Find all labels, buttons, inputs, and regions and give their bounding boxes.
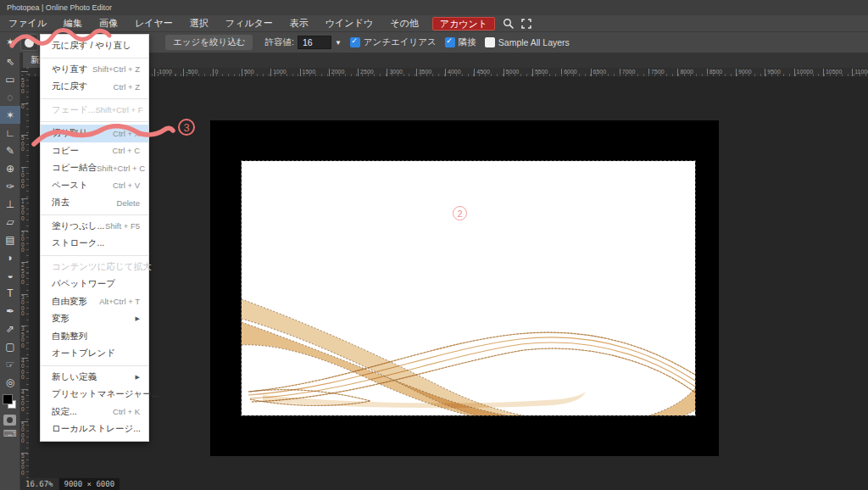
menubar-item-その他[interactable]: その他 <box>381 15 427 31</box>
pen-tool[interactable]: ✒ <box>0 302 20 320</box>
menubar-item-表示[interactable]: 表示 <box>281 15 317 31</box>
zoom-level[interactable]: 16.67% <box>20 478 58 490</box>
menu-item-shortcut: Ctrl + C <box>113 146 140 155</box>
vruler-label: 3 0 0 0 <box>21 294 28 317</box>
menu-item-label: ストローク... <box>52 237 104 249</box>
edit-menu-item-設定...[interactable]: 設定...Ctrl + K <box>41 404 148 421</box>
submenu-arrow-icon: ▶ <box>136 374 140 381</box>
edit-menu-item-ペースト[interactable]: ペーストCtrl + V <box>41 177 148 195</box>
hruler-label: 1500 <box>300 69 316 76</box>
magic-wand-tool[interactable]: ✶ <box>0 106 20 124</box>
hruler-label: 7500 <box>648 69 665 76</box>
edit-menu-item-コピー[interactable]: コピーCtrl + C <box>41 142 148 160</box>
vruler-label: 5 0 0 0 <box>21 421 28 444</box>
new-selection-icon <box>25 38 34 47</box>
hruler-label: -1000 <box>154 69 172 76</box>
edit-menu-item-やり直す[interactable]: やり直すShift+Ctrl + Z <box>41 61 148 79</box>
edit-menu-item-消去[interactable]: 消去Delete <box>41 194 148 212</box>
edit-menu-item-新しい定義[interactable]: 新しい定義▶ <box>41 369 148 387</box>
edit-menu-item-変形[interactable]: 変形▶ <box>41 310 148 328</box>
path-select-tool[interactable]: ⇗ <box>0 320 20 337</box>
zoom-tool[interactable]: ◎ <box>0 373 20 391</box>
hruler-label: 1000 <box>270 69 287 76</box>
type-tool[interactable]: T <box>0 284 20 302</box>
vruler-label: 2 5 0 0 <box>21 262 28 285</box>
menu-item-label: 自動整列 <box>52 331 87 342</box>
menubar-item-選択[interactable]: 選択 <box>181 15 217 31</box>
edit-menu-item-プリセットマネージャー...[interactable]: プリセットマネージャー... <box>41 386 148 404</box>
quick-mask-icon[interactable] <box>3 415 16 426</box>
marquee-select-tool[interactable]: ▭ <box>0 70 20 88</box>
menu-item-shortcut: Ctrl + K <box>113 407 140 416</box>
blur-tool[interactable]: ◗ <box>0 248 20 266</box>
menu-item-label: 元に戻す / やり直し <box>52 40 131 52</box>
dodge-tool[interactable]: ◒ <box>0 266 20 284</box>
document-size: 9000 × 6000 <box>59 478 120 490</box>
healing-brush-tool[interactable]: ⊕ <box>0 159 20 177</box>
eyedropper-tool[interactable]: ✎ <box>0 142 20 159</box>
edit-menu-item-自動整列[interactable]: 自動整列 <box>41 328 148 346</box>
hruler-label: 0 <box>213 69 219 76</box>
tolerance-dropdown-arrow-icon[interactable]: ▼ <box>335 39 342 47</box>
hruler-label: -500 <box>183 69 198 76</box>
menu-item-label: 切り取り <box>52 127 88 139</box>
keyboard-shortcuts-icon[interactable]: ⌨ <box>0 428 19 439</box>
menu-item-label: パペットワープ <box>52 278 115 290</box>
edit-menu-item-ストローク...[interactable]: ストローク... <box>41 235 148 253</box>
crop-tool[interactable]: ∟ <box>0 124 20 142</box>
checkbox-隣接[interactable]: 隣接 <box>445 36 476 48</box>
checkbox-アンチエイリアス[interactable]: アンチエイリアス <box>350 36 437 48</box>
gradient-tool[interactable]: ▤ <box>0 231 20 248</box>
checkbox-box[interactable] <box>445 37 455 47</box>
edit-menu-item-自由変形[interactable]: 自由変形Alt+Ctrl + T <box>41 293 148 311</box>
menu-separator <box>41 255 148 256</box>
checkbox-box[interactable] <box>350 37 360 47</box>
menubar-item-編集[interactable]: 編集 <box>55 15 91 31</box>
vertical-ruler: - 5 0 005 0 01 0 0 01 5 0 02 0 0 02 5 0 … <box>20 68 29 490</box>
menu-item-label: コンテンツに応じて拡大 <box>52 261 151 273</box>
menu-item-label: ペースト <box>52 180 88 192</box>
lasso-tool[interactable]: ◌ <box>0 88 20 106</box>
edit-dropdown-menu: 元に戻す / やり直しやり直すShift+Ctrl + Z元に戻すCtrl + … <box>40 34 149 442</box>
shape-tool[interactable]: ▢ <box>0 337 20 355</box>
edit-menu-item-コンテンツに応じて拡大: コンテンツに応じて拡大 <box>41 259 148 276</box>
hruler-label: 11000 <box>852 69 868 76</box>
menubar-item-ウインドウ[interactable]: ウインドウ <box>317 15 381 31</box>
menu-item-label: コピー結合 <box>52 162 97 174</box>
tolerance-input[interactable]: 16 <box>298 36 331 49</box>
vruler-label: 4 0 0 0 <box>21 358 28 381</box>
edit-menu-item-元に戻す[interactable]: 元に戻すCtrl + Z <box>41 78 148 96</box>
menu-item-shortcut: Shift+Ctrl + Z <box>92 64 140 74</box>
menubar-item-アカウント[interactable]: アカウント <box>432 17 495 31</box>
edit-menu-item-切り取り[interactable]: 切り取りCtrl + X <box>41 125 148 142</box>
edit-menu-item-元に戻す / やり直し[interactable]: 元に戻す / やり直し <box>41 37 148 55</box>
menu-item-shortcut: Ctrl + Z <box>114 82 140 92</box>
menubar-item-レイヤー[interactable]: レイヤー <box>126 15 181 31</box>
clone-stamp-tool[interactable]: ⊥ <box>0 195 20 213</box>
menu-separator <box>41 214 148 215</box>
menu-item-label: 塗りつぶし... <box>52 220 104 232</box>
foreground-color-swatch[interactable] <box>3 394 13 404</box>
edit-menu-item-塗りつぶし...[interactable]: 塗りつぶし...Shift + F5 <box>41 218 148 236</box>
edit-menu-item-オートブレンド[interactable]: オートブレンド <box>41 345 148 363</box>
edit-menu-item-パペットワープ[interactable]: パペットワープ <box>41 276 148 293</box>
new-selection-mode-button[interactable] <box>20 34 38 51</box>
menubar-item-フィルター[interactable]: フィルター <box>217 15 281 31</box>
refine-edge-button[interactable]: エッジを絞り込む <box>165 35 253 50</box>
fullscreen-icon[interactable] <box>521 19 531 29</box>
checkbox-box[interactable] <box>485 37 495 47</box>
menubar-item-ファイル[interactable]: ファイル <box>0 15 55 31</box>
brush-tool[interactable]: ✑ <box>0 177 20 195</box>
edit-menu-item-ローカルストレージ...[interactable]: ローカルストレージ... <box>41 420 148 438</box>
edit-menu-item-コピー結合[interactable]: コピー結合Shift+Ctrl + C <box>41 159 148 177</box>
canvas-area[interactable] <box>29 76 868 490</box>
document-image[interactable] <box>242 161 695 415</box>
menubar-item-画像[interactable]: 画像 <box>91 15 126 31</box>
color-swatches[interactable] <box>0 393 20 411</box>
checkbox-Sample All Layers[interactable]: Sample All Layers <box>485 37 570 47</box>
search-icon[interactable] <box>503 18 514 29</box>
hand-tool[interactable]: ☞ <box>0 355 20 373</box>
eraser-tool[interactable]: ▱ <box>0 213 20 231</box>
move-tool[interactable]: ⇖ <box>0 53 20 70</box>
hruler-label: 6000 <box>561 69 577 76</box>
